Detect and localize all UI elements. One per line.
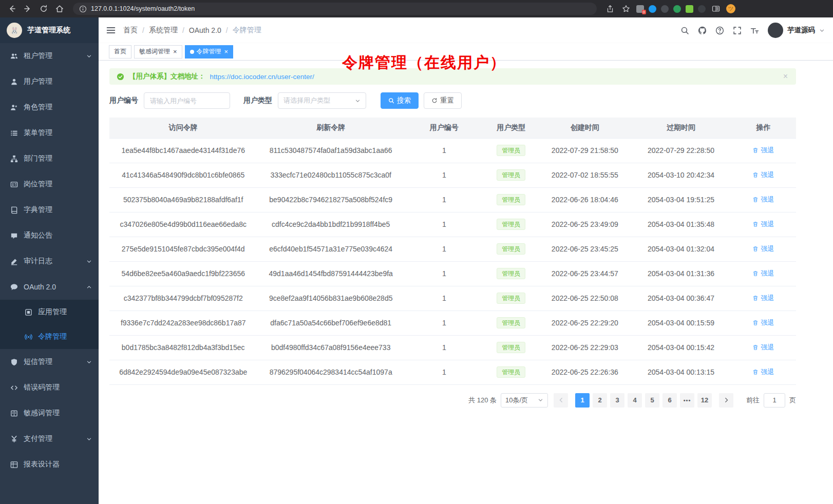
view-tab[interactable]: 令牌管理× [185, 45, 234, 59]
page-button[interactable]: 3 [610, 393, 624, 408]
back-button[interactable] [6, 3, 17, 14]
trash-icon [752, 147, 759, 153]
sidebar-item[interactable]: 短信管理 [0, 349, 99, 375]
view-tab[interactable]: 首页 [109, 45, 131, 59]
help-icon[interactable] [715, 26, 724, 35]
breadcrumb-item[interactable]: 系统管理 [149, 26, 178, 35]
breadcrumb-separator: / [182, 26, 184, 34]
page-buttons: 123456•••12 [574, 393, 713, 408]
force-logout-button[interactable]: 强退 [752, 146, 774, 155]
close-icon[interactable]: × [173, 48, 177, 55]
reload-button[interactable] [38, 3, 49, 14]
chevron-down-icon [86, 259, 92, 264]
force-logout-button[interactable]: 强退 [752, 220, 774, 229]
font-size-icon[interactable] [750, 26, 759, 35]
sidebar-item[interactable]: 用户管理 [0, 69, 99, 94]
sidebar-subitem[interactable]: 应用管理 [0, 300, 99, 324]
column-header: 操作 [731, 118, 796, 138]
sidebar-item[interactable]: 菜单管理 [0, 120, 99, 146]
page-button[interactable]: 5 [645, 393, 659, 408]
force-logout-button[interactable]: 强退 [752, 343, 774, 352]
force-logout-button[interactable]: 强退 [752, 170, 774, 180]
column-header: 访问令牌 [109, 118, 257, 138]
page-button[interactable]: 4 [628, 393, 642, 408]
sidebar-item[interactable]: 租户管理 [0, 43, 99, 69]
force-logout-button[interactable]: 强退 [752, 367, 774, 377]
user-id-input[interactable] [144, 92, 230, 109]
force-logout-button[interactable]: 强退 [752, 195, 774, 204]
extension-icon[interactable]: 0 [636, 5, 644, 13]
user-id-cell: 1 [405, 138, 484, 163]
view-tab[interactable]: 敏感词管理× [134, 45, 182, 59]
github-icon[interactable] [698, 26, 707, 35]
hamburger-menu-icon[interactable] [106, 26, 116, 35]
search-icon[interactable] [680, 26, 689, 35]
address-bar[interactable]: 127.0.0.1:1024/system/oauth2/token [73, 3, 597, 15]
page-button[interactable]: 12 [697, 393, 712, 408]
goto-page-input[interactable] [764, 393, 785, 408]
token-icon [25, 333, 32, 341]
table-row: 502375b8040a469a9b82188afdf6af1fbe90422b… [109, 187, 796, 212]
share-button[interactable] [604, 3, 616, 14]
force-logout-button[interactable]: 强退 [752, 244, 774, 254]
site-info-icon[interactable] [79, 5, 87, 13]
user-type-cell: 管理员 [484, 360, 539, 384]
sidebar-item-label: 审计日志 [24, 257, 52, 266]
search-button[interactable]: 搜索 [381, 92, 419, 109]
sidebar-item[interactable]: 支付管理 [0, 426, 99, 452]
prev-page-button[interactable] [554, 393, 568, 408]
user-id-cell: 1 [405, 163, 484, 187]
sidebar-item[interactable]: 角色管理 [0, 94, 99, 120]
sidebar-item[interactable]: 错误码管理 [0, 375, 99, 400]
extension-icon[interactable] [649, 5, 656, 13]
user-type-cell: 管理员 [484, 212, 539, 237]
next-page-button[interactable] [719, 393, 733, 408]
sidebar-subitem[interactable]: 令牌管理 [0, 324, 99, 349]
doc-link[interactable]: https://doc.iocoder.cn/user-center/ [210, 73, 314, 81]
extension-icon[interactable] [673, 5, 681, 13]
sidebar-item[interactable]: 字典管理 [0, 197, 99, 223]
reset-button[interactable]: 重置 [424, 92, 462, 109]
errorcode-icon [10, 384, 18, 392]
app-logo[interactable]: 🐰 芋道管理系统 [0, 17, 99, 43]
user-menu[interactable]: 芋道源码 [768, 23, 825, 38]
breadcrumb-item[interactable]: OAuth 2.0 [189, 26, 221, 34]
force-logout-label: 强退 [761, 318, 774, 327]
tab-split-button[interactable] [710, 3, 722, 14]
user-type-select[interactable]: 请选择用户类型 [278, 92, 366, 109]
sidebar-item[interactable]: OAuth 2.0 [0, 274, 99, 300]
breadcrumb-item[interactable]: 首页 [123, 26, 138, 35]
extension-icon[interactable] [661, 5, 669, 13]
expire-time-cell: 2054-03-10 20:42:34 [631, 163, 731, 187]
browser-toolbar: 127.0.0.1:1024/system/oauth2/token 0 ツ [0, 0, 833, 17]
sidebar-item[interactable]: 通知公告 [0, 223, 99, 248]
home-button[interactable] [54, 3, 65, 14]
sidebar-item[interactable]: 报表设计器 [0, 452, 99, 477]
close-icon[interactable]: × [783, 72, 788, 81]
sidebar-item[interactable]: 审计日志 [0, 248, 99, 274]
sidebar-item[interactable]: 岗位管理 [0, 171, 99, 197]
success-check-icon [117, 73, 124, 81]
refresh-token-cell: 9ce8ef2aa9f14056b831ae9b608e28d5 [257, 286, 404, 311]
page-button[interactable]: 1 [575, 393, 590, 408]
close-icon[interactable]: × [224, 48, 229, 55]
page-size-select[interactable]: 10条/页 [501, 393, 548, 408]
page-button[interactable]: 6 [662, 393, 677, 408]
bookmark-star-button[interactable] [620, 3, 632, 14]
fullscreen-icon[interactable] [733, 26, 742, 35]
browser-profile-avatar[interactable]: ツ [726, 4, 735, 13]
action-cell: 强退 [731, 286, 796, 311]
page-button[interactable]: ••• [680, 393, 694, 408]
force-logout-button[interactable]: 强退 [752, 269, 774, 278]
extension-icon[interactable] [698, 5, 706, 13]
forward-button[interactable] [22, 3, 33, 14]
user-id-cell: 1 [405, 237, 484, 261]
sidebar-item[interactable]: 敏感词管理 [0, 400, 99, 426]
role-icon [10, 104, 18, 111]
force-logout-button[interactable]: 强退 [752, 318, 774, 327]
page-button[interactable]: 2 [593, 393, 607, 408]
extension-icon[interactable] [686, 5, 693, 13]
force-logout-button[interactable]: 强退 [752, 294, 774, 303]
sidebar-item[interactable]: 部门管理 [0, 146, 99, 171]
expire-time-cell: 2054-03-04 19:51:25 [631, 187, 731, 212]
